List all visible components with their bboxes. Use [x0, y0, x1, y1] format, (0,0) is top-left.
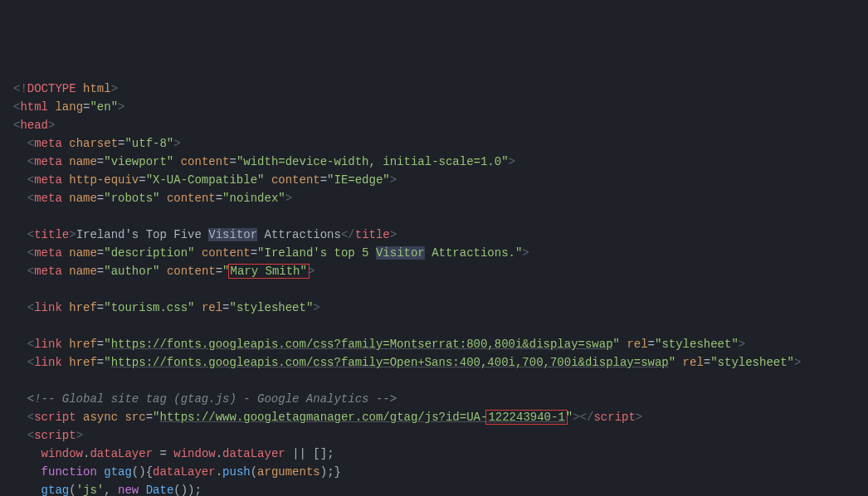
- code-line: <head>: [13, 116, 855, 134]
- code-line: <script async src="https://www.googletag…: [13, 408, 855, 426]
- code-line: <script>: [13, 426, 855, 445]
- code-line: <meta http-equiv="X-UA-Compatible" conte…: [13, 171, 855, 189]
- code-line: window.dataLayer = window.dataLayer || […: [13, 445, 855, 463]
- code-line: <link href="https://fonts.googleapis.com…: [13, 335, 855, 353]
- highlight-box: 122243940-1: [485, 410, 567, 425]
- code-line: function gtag(){dataLayer.push(arguments…: [13, 463, 855, 481]
- code-line: <html lang="en">: [13, 98, 855, 116]
- code-line: gtag('js', new Date());: [13, 481, 855, 496]
- code-line: <title>Ireland's Top Five Visitor Attrac…: [13, 226, 855, 244]
- highlighted-word: Visitor: [208, 228, 257, 241]
- code-editor: <!DOCTYPE html><html lang="en"><head> <m…: [13, 80, 855, 496]
- code-line: <link href="https://fonts.googleapis.com…: [13, 353, 855, 372]
- highlighted-word: Visitor: [376, 246, 425, 260]
- code-line: <!-- Global site tag (gtag.js) - Google …: [13, 390, 855, 408]
- highlight-box: Mary Smith": [228, 264, 310, 279]
- code-line: <meta name="author" content="Mary Smith"…: [13, 262, 855, 280]
- code-line: <meta name="robots" content="noindex">: [13, 189, 855, 207]
- code-line: <meta name="description" content="Irelan…: [13, 244, 855, 262]
- code-line: <link href="tourism.css" rel="stylesheet…: [13, 299, 855, 317]
- code-line: <meta charset="utf-8">: [13, 134, 855, 153]
- code-line: <meta name="viewport" content="width=dev…: [13, 153, 855, 171]
- code-line: <!DOCTYPE html>: [13, 80, 855, 98]
